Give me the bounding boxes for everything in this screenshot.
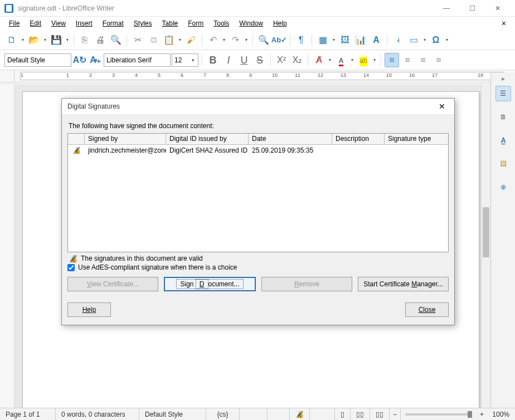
zoom-out-button[interactable]: −: [390, 408, 401, 420]
clear-format-dropdown[interactable]: ▾: [327, 57, 333, 62]
status-language[interactable]: {cs}: [206, 408, 240, 420]
sidebar-collapse-button[interactable]: ▸: [502, 75, 505, 82]
insert-chart-button[interactable]: 📊: [353, 33, 368, 47]
menu-tools[interactable]: Tools: [209, 18, 234, 28]
col-date[interactable]: Date: [249, 134, 332, 144]
col-sig-type[interactable]: Signature type: [385, 134, 448, 144]
ades-checkbox[interactable]: [67, 264, 75, 271]
status-wordcount[interactable]: 0 words, 0 characters: [56, 408, 139, 420]
vertical-scrollbar[interactable]: [481, 85, 490, 408]
maximize-button[interactable]: ☐: [459, 0, 485, 17]
align-center-button[interactable]: ≡: [400, 53, 415, 67]
col-icon[interactable]: [68, 134, 85, 144]
ades-label[interactable]: Use AdES-compliant signature when there …: [78, 263, 237, 271]
align-right-button[interactable]: ≡: [416, 53, 430, 67]
menu-help[interactable]: Help: [269, 18, 291, 28]
open-button[interactable]: 📂: [27, 33, 41, 47]
field-dropdown[interactable]: ▾: [422, 37, 427, 42]
italic-button[interactable]: I: [221, 53, 236, 67]
status-page[interactable]: Page 1 of 1: [0, 408, 56, 420]
font-size-input[interactable]: [174, 56, 188, 64]
view-book-button[interactable]: ▯▯: [370, 408, 390, 420]
horizontal-ruler[interactable]: 1123456789101112131415161718: [20, 72, 504, 80]
sidebar-gallery-button[interactable]: 🖼: [495, 156, 511, 172]
status-style[interactable]: Default Style: [139, 408, 206, 420]
new-style-button[interactable]: A₊: [88, 53, 103, 67]
insert-table-button[interactable]: ▦: [315, 33, 330, 47]
view-multi-page-button[interactable]: ▯▯: [351, 408, 370, 420]
minimize-button[interactable]: —: [434, 0, 459, 17]
paste-button[interactable]: 📋: [162, 33, 176, 47]
close-document-button[interactable]: ×: [497, 17, 511, 30]
insert-image-button[interactable]: 🖼: [338, 33, 352, 47]
formatting-marks-button[interactable]: ¶: [294, 33, 308, 47]
new-doc-dropdown[interactable]: ▾: [20, 37, 26, 42]
table-row[interactable]: 🔏 jindrich.zechmeister@zone DigiCert SHA…: [68, 145, 448, 156]
font-size-combo[interactable]: ▾: [172, 53, 198, 67]
insert-textbox-button[interactable]: A: [369, 33, 383, 47]
dialog-close-button[interactable]: ✕: [435, 101, 449, 112]
align-left-button[interactable]: ≡: [385, 53, 399, 67]
page-break-button[interactable]: ⫞: [391, 33, 405, 47]
signatures-table[interactable]: Signed by Digital ID issued by Date Desc…: [67, 133, 449, 252]
zoom-percent[interactable]: 100%: [487, 408, 515, 420]
zoom-slider[interactable]: [405, 413, 472, 416]
save-dropdown[interactable]: ▾: [65, 37, 70, 42]
close-window-button[interactable]: ✕: [485, 0, 511, 17]
sign-document-button[interactable]: Sign Document...: [164, 277, 256, 291]
update-style-button[interactable]: A↻: [72, 53, 87, 67]
menu-styles[interactable]: Styles: [129, 18, 157, 28]
help-button[interactable]: Help: [67, 302, 111, 317]
print-preview-button[interactable]: 🔍: [109, 33, 123, 47]
superscript-button[interactable]: X²: [274, 53, 289, 67]
menu-form[interactable]: Form: [183, 18, 208, 28]
sidebar-properties-button[interactable]: ☰: [495, 86, 511, 101]
menu-edit[interactable]: Edit: [25, 18, 46, 28]
menu-insert[interactable]: Insert: [71, 18, 97, 28]
menu-file[interactable]: File: [4, 18, 24, 28]
sidebar-styles-button[interactable]: A̲: [495, 133, 511, 148]
special-char-button[interactable]: Ω: [429, 33, 443, 47]
underline-button[interactable]: U: [237, 53, 251, 67]
dialog-titlebar[interactable]: Digital Signatures ✕: [62, 99, 454, 114]
save-button[interactable]: 💾: [49, 33, 64, 47]
copy-button[interactable]: ⧉: [146, 33, 161, 47]
print-button[interactable]: 🖨: [93, 33, 108, 47]
cut-button[interactable]: ✂: [130, 33, 145, 47]
vertical-ruler[interactable]: [0, 85, 14, 408]
new-doc-button[interactable]: 🗋: [4, 33, 19, 47]
zoom-in-button[interactable]: +: [477, 408, 487, 420]
menu-table[interactable]: Table: [158, 18, 183, 28]
font-color-dropdown[interactable]: ▾: [349, 57, 355, 62]
paste-dropdown[interactable]: ▾: [177, 37, 183, 42]
sidebar-page-button[interactable]: 🗎: [495, 109, 511, 125]
dropdown-icon[interactable]: ▾: [190, 57, 196, 63]
export-pdf-button[interactable]: ⎘: [77, 33, 92, 47]
clone-format-button[interactable]: 🖌: [184, 33, 198, 47]
subscript-button[interactable]: X₂: [290, 53, 304, 67]
paragraph-style-combo[interactable]: ▾: [4, 53, 71, 67]
start-cert-manager-button[interactable]: Start Certificate Manager...: [358, 277, 449, 291]
strikethrough-button[interactable]: S: [252, 53, 267, 67]
insert-field-button[interactable]: ▭: [406, 33, 421, 47]
special-char-dropdown[interactable]: ▾: [444, 37, 450, 42]
sidebar-navigator-button[interactable]: ⊕: [495, 179, 511, 195]
align-justify-button[interactable]: ≡: [431, 53, 446, 67]
undo-dropdown[interactable]: ▾: [221, 37, 227, 42]
col-description[interactable]: Description: [332, 134, 385, 144]
find-replace-button[interactable]: 🔍: [256, 33, 271, 47]
menu-window[interactable]: Window: [235, 18, 268, 28]
highlight-dropdown[interactable]: ▾: [372, 57, 377, 62]
open-dropdown[interactable]: ▾: [42, 37, 48, 42]
font-color-button[interactable]: A: [334, 53, 348, 67]
status-selection-mode[interactable]: [268, 408, 290, 420]
view-single-page-button[interactable]: ▯: [334, 408, 351, 420]
spellcheck-button[interactable]: Ab✓: [272, 33, 286, 47]
font-name-combo[interactable]: ▾: [104, 53, 171, 67]
clear-format-button[interactable]: A̸: [312, 53, 326, 67]
redo-dropdown[interactable]: ▾: [244, 37, 249, 42]
bold-button[interactable]: B: [206, 53, 220, 67]
status-insert-mode[interactable]: [240, 408, 268, 420]
table-dropdown[interactable]: ▾: [331, 37, 337, 42]
menu-view[interactable]: View: [47, 18, 70, 28]
